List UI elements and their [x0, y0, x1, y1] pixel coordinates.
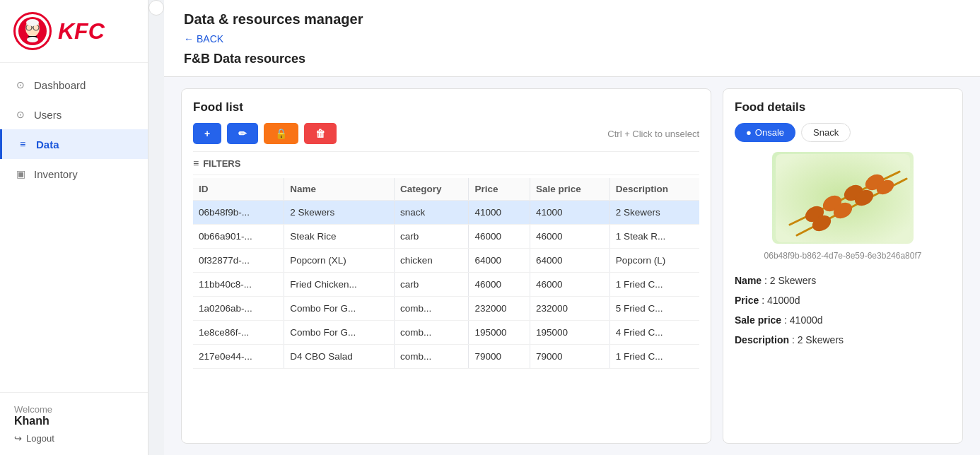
cell-sale-price: 195000	[530, 321, 610, 345]
food-price-value: 41000d	[767, 295, 800, 306]
cell-sale-price: 79000	[530, 345, 610, 369]
cell-name: Combo For G...	[284, 297, 395, 321]
lock-button[interactable]: 🔒	[264, 123, 298, 144]
cell-id: 217e0e44-...	[193, 345, 284, 369]
food-details-panel: Food details ● Onsale Snack	[723, 88, 963, 444]
cell-name: D4 CBO Salad	[284, 345, 395, 369]
cell-description: 5 Fried C...	[609, 297, 699, 321]
food-name-row: Name : 2 Skewers	[735, 271, 951, 290]
cell-category: carb	[395, 225, 469, 249]
user-name: Khanh	[14, 415, 134, 427]
table-header-row: ID Name Category Price Sale price Descri…	[193, 178, 699, 201]
sidebar-item-users[interactable]: ⊙ Users	[0, 100, 148, 129]
sidebar-item-data[interactable]: ≡ Data	[0, 129, 148, 159]
food-name-label: Name	[735, 275, 762, 286]
sidebar-footer: Welcome Khanh ↪ Logout	[0, 392, 148, 455]
col-description: Description	[609, 178, 699, 201]
filter-icon: ≡	[193, 158, 199, 169]
table-row[interactable]: 11bb40c8-...Fried Chicken...carb46000460…	[193, 273, 699, 297]
food-table-scroll[interactable]: ID Name Category Price Sale price Descri…	[193, 178, 699, 432]
cell-category: comb...	[395, 345, 469, 369]
food-table: ID Name Category Price Sale price Descri…	[193, 178, 699, 369]
table-row[interactable]: 1a0206ab-...Combo For G...comb...2320002…	[193, 297, 699, 321]
cell-price: 46000	[469, 225, 530, 249]
food-price-label: Price	[735, 295, 759, 306]
cell-sale-price: 41000	[530, 201, 610, 225]
cell-description: 1 Fried C...	[609, 273, 699, 297]
cell-price: 79000	[469, 345, 530, 369]
filters-label: FILTERS	[203, 158, 240, 169]
filters-row[interactable]: ≡ FILTERS	[193, 151, 699, 175]
table-row[interactable]: 217e0e44-...D4 CBO Saladcomb...790007900…	[193, 345, 699, 369]
edit-button[interactable]: ✏	[227, 123, 258, 144]
tag-onsale[interactable]: ● Onsale	[735, 123, 795, 142]
food-sale-price-separator: :	[784, 314, 790, 326]
food-sale-price-value: 41000d	[790, 314, 823, 326]
cell-sale-price: 64000	[530, 249, 610, 273]
snack-label: Snack	[813, 127, 839, 138]
food-name-value: 2 Skewers	[770, 275, 816, 286]
sidebar: KFC ⊙ Dashboard ⊙ Users ≡ Data ▣ Invento…	[0, 0, 148, 455]
col-category: Category	[395, 178, 469, 201]
svg-point-10	[27, 37, 38, 42]
cell-price: 195000	[469, 321, 530, 345]
content-area: Food list + ✏ 🔒 🗑 Ctrl + Click to unsele…	[164, 77, 980, 455]
col-name: Name	[284, 178, 395, 201]
food-list-panel: Food list + ✏ 🔒 🗑 Ctrl + Click to unsele…	[181, 88, 711, 444]
toolbar: + ✏ 🔒 🗑 Ctrl + Click to unselect	[193, 123, 699, 144]
sidebar-item-dashboard[interactable]: ⊙ Dashboard	[0, 70, 148, 100]
cell-name: 2 Skewers	[284, 201, 395, 225]
tag-snack[interactable]: Snack	[801, 123, 851, 142]
logout-label: Logout	[26, 433, 54, 444]
table-row[interactable]: 06b48f9b-...2 Skewerssnack41000410002 Sk…	[193, 201, 699, 225]
food-description-separator: :	[792, 334, 798, 345]
col-sale-price: Sale price	[530, 178, 610, 201]
users-icon: ⊙	[14, 108, 27, 121]
cell-category: comb...	[395, 321, 469, 345]
dashboard-icon: ⊙	[14, 78, 27, 91]
cell-description: 1 Fried C...	[609, 345, 699, 369]
back-button[interactable]: ← BACK	[184, 33, 960, 45]
food-image-container	[735, 152, 951, 244]
logout-button[interactable]: ↪ Logout	[14, 433, 134, 444]
back-arrow-icon: ←	[184, 33, 194, 45]
food-details-title: Food details	[735, 100, 951, 114]
food-table-body: 06b48f9b-...2 Skewerssnack41000410002 Sk…	[193, 201, 699, 369]
back-label: BACK	[197, 33, 223, 45]
food-name-separator: :	[764, 275, 770, 286]
sidebar-collapse-button[interactable]	[148, 0, 164, 16]
table-row[interactable]: 1e8ce86f-...Combo For G...comb...1950001…	[193, 321, 699, 345]
cell-name: Popcorn (XL)	[284, 249, 395, 273]
delete-button[interactable]: 🗑	[304, 123, 337, 144]
table-row[interactable]: 0b66a901-...Steak Ricecarb46000460001 St…	[193, 225, 699, 249]
cell-id: 1a0206ab-...	[193, 297, 284, 321]
sidebar-item-inventory[interactable]: ▣ Inventory	[0, 159, 148, 189]
header: Data & resources manager ← BACK F&B Data…	[164, 0, 980, 77]
cell-id: 1e8ce86f-...	[193, 321, 284, 345]
col-price: Price	[469, 178, 530, 201]
food-description-label: Description	[735, 334, 789, 345]
add-button[interactable]: +	[193, 123, 221, 144]
delete-icon: 🗑	[315, 128, 325, 139]
cell-id: 0f32877d-...	[193, 249, 284, 273]
cell-sale-price: 46000	[530, 225, 610, 249]
col-id: ID	[193, 178, 284, 201]
welcome-label: Welcome	[14, 404, 134, 415]
food-sale-price-label: Sale price	[735, 314, 781, 326]
tags-row: ● Onsale Snack	[735, 123, 951, 142]
food-description-value: 2 Skewers	[798, 334, 844, 345]
cell-id: 11bb40c8-...	[193, 273, 284, 297]
cell-description: 1 Steak R...	[609, 225, 699, 249]
food-price-row: Price : 41000d	[735, 290, 951, 310]
cell-category: carb	[395, 273, 469, 297]
data-icon: ≡	[16, 138, 29, 150]
food-description-row: Description : 2 Skewers	[735, 330, 951, 350]
sidebar-nav: ⊙ Dashboard ⊙ Users ≡ Data ▣ Inventory	[0, 63, 148, 392]
table-row[interactable]: 0f32877d-...Popcorn (XL)chicken640006400…	[193, 249, 699, 273]
cell-category: snack	[395, 201, 469, 225]
sidebar-label-data: Data	[36, 138, 59, 150]
cell-name: Combo For G...	[284, 321, 395, 345]
cell-sale-price: 232000	[530, 297, 610, 321]
food-price-separator: :	[762, 295, 767, 306]
cell-description: Popcorn (L)	[609, 249, 699, 273]
